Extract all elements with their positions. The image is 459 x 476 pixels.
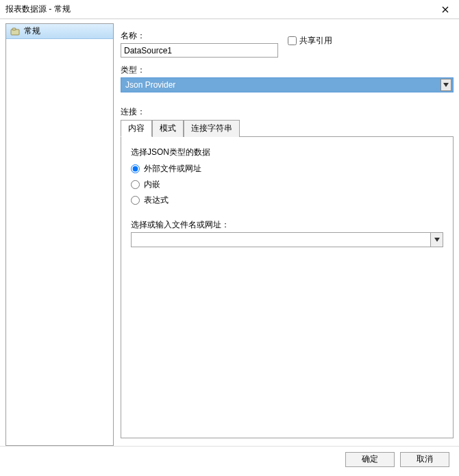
close-icon [442,6,449,13]
sidebar-item-general[interactable]: 常规 [6,24,113,39]
radio-external-input[interactable] [131,164,140,173]
radio-embedded[interactable]: 内嵌 [131,177,443,192]
ok-button[interactable]: 确定 [345,452,395,467]
chevron-down-icon [443,83,449,87]
file-combo-dropdown[interactable] [430,233,443,247]
shared-ref-checkbox[interactable]: 共享引用 [288,35,332,47]
close-button[interactable] [432,0,459,19]
tab-content-label: 内容 [128,123,145,133]
radio-external-label: 外部文件或网址 [144,163,201,175]
svg-rect-1 [12,28,16,30]
window-title: 报表数据源 - 常规 [5,3,71,15]
radio-external[interactable]: 外部文件或网址 [131,161,443,177]
file-combo-text[interactable] [132,233,430,247]
name-input[interactable] [121,43,278,58]
radio-embedded-input[interactable] [131,180,140,189]
connection-label: 连接： [121,106,454,118]
connection-tabs: 内容 模式 连接字符串 [121,119,454,137]
file-combo[interactable] [131,232,443,247]
main-panel: 名称： 共享引用 类型： Json Provider 连接： 内容 模式 连接字… [121,23,454,446]
titlebar: 报表数据源 - 常规 [0,0,459,19]
sidebar-item-label: 常规 [24,25,40,37]
json-type-radio-group: 外部文件或网址 内嵌 表达式 [131,161,443,208]
file-label: 选择或输入文件名或网址： [131,219,443,231]
radio-expression[interactable]: 表达式 [131,192,443,208]
type-select[interactable]: Json Provider [121,77,454,92]
chevron-down-icon [434,238,440,242]
general-icon [10,27,20,36]
tab-panel-content: 选择JSON类型的数据 外部文件或网址 内嵌 表达式 选择或输入文件名或网址： [121,137,454,438]
radio-embedded-label: 内嵌 [144,179,160,190]
cancel-button[interactable]: 取消 [400,452,449,467]
tab-schema[interactable]: 模式 [152,120,184,137]
type-dropdown-button[interactable] [441,79,451,91]
json-type-label: 选择JSON类型的数据 [131,147,443,158]
dialog-body: 常规 名称： 共享引用 类型： Json Provider 连接： 内容 模式 … [0,19,459,446]
dialog-footer: 确定 取消 [0,446,459,472]
shared-ref-checkbox-input[interactable] [288,36,297,45]
radio-expression-label: 表达式 [144,195,169,206]
shared-ref-label: 共享引用 [299,35,332,47]
radio-expression-input[interactable] [131,196,140,205]
type-label: 类型： [121,64,454,76]
tab-schema-label: 模式 [160,123,176,133]
tab-connstring[interactable]: 连接字符串 [184,120,240,137]
sidebar: 常规 [5,23,114,446]
name-label: 名称： [121,30,454,42]
tab-connstring-label: 连接字符串 [191,123,232,133]
tab-content[interactable]: 内容 [121,120,152,137]
type-value: Json Provider [125,80,175,90]
